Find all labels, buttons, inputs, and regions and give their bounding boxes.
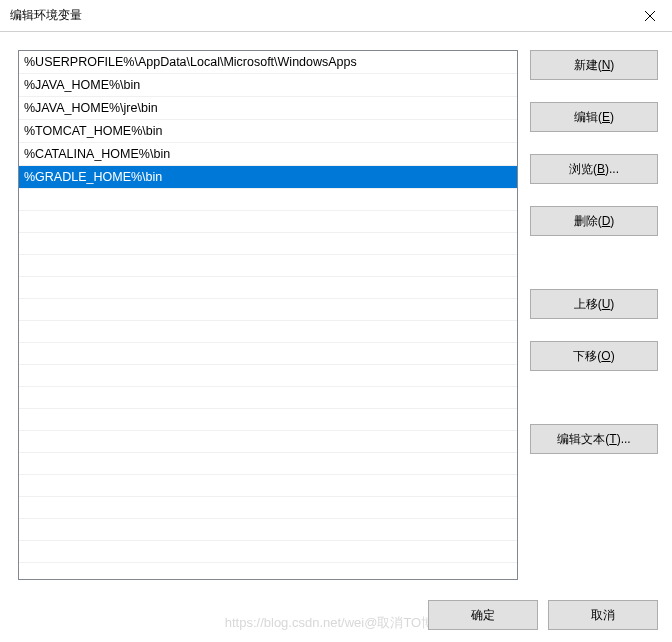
list-item[interactable]: %JAVA_HOME%\jre\bin [19,97,517,120]
list-item-empty [19,563,517,580]
list-item-empty [19,409,517,431]
list-item-empty [19,387,517,409]
list-item[interactable]: %GRADLE_HOME%\bin [19,166,517,189]
new-button[interactable]: 新建(N) [530,50,658,80]
list-item-empty [19,541,517,563]
edittext-button[interactable]: 编辑文本(T)... [530,424,658,454]
close-icon [645,11,655,21]
titlebar: 编辑环境变量 [0,0,672,32]
close-button[interactable] [627,0,672,32]
delete-button[interactable]: 删除(D) [530,206,658,236]
window-title: 编辑环境变量 [10,7,82,24]
list-item-empty [19,277,517,299]
list-item[interactable]: %USERPROFILE%\AppData\Local\Microsoft\Wi… [19,51,517,74]
path-listbox[interactable]: %USERPROFILE%\AppData\Local\Microsoft\Wi… [18,50,518,580]
list-item-empty [19,453,517,475]
list-item-empty [19,475,517,497]
cancel-button[interactable]: 取消 [548,600,658,630]
movedown-button[interactable]: 下移(O) [530,341,658,371]
ok-button[interactable]: 确定 [428,600,538,630]
list-item-empty [19,189,517,211]
list-item[interactable]: %CATALINA_HOME%\bin [19,143,517,166]
list-item-empty [19,321,517,343]
list-item[interactable]: %JAVA_HOME%\bin [19,74,517,97]
list-item-empty [19,365,517,387]
list-item-empty [19,431,517,453]
dialog-footer: 确定 取消 [428,600,658,630]
edit-button[interactable]: 编辑(E) [530,102,658,132]
list-item-empty [19,255,517,277]
list-item-empty [19,519,517,541]
watermark-text: https://blog.csdn.net/wei@取消TO博客 [225,614,448,632]
moveup-button[interactable]: 上移(U) [530,289,658,319]
list-item[interactable]: %TOMCAT_HOME%\bin [19,120,517,143]
list-item-empty [19,233,517,255]
dialog-content: %USERPROFILE%\AppData\Local\Microsoft\Wi… [0,32,672,587]
list-item-empty [19,299,517,321]
side-button-panel: 新建(N) 编辑(E) 浏览(B)... 删除(D) 上移(U) 下移(O) 编… [530,50,658,587]
list-item-empty [19,211,517,233]
list-item-empty [19,343,517,365]
browse-button[interactable]: 浏览(B)... [530,154,658,184]
list-item-empty [19,497,517,519]
